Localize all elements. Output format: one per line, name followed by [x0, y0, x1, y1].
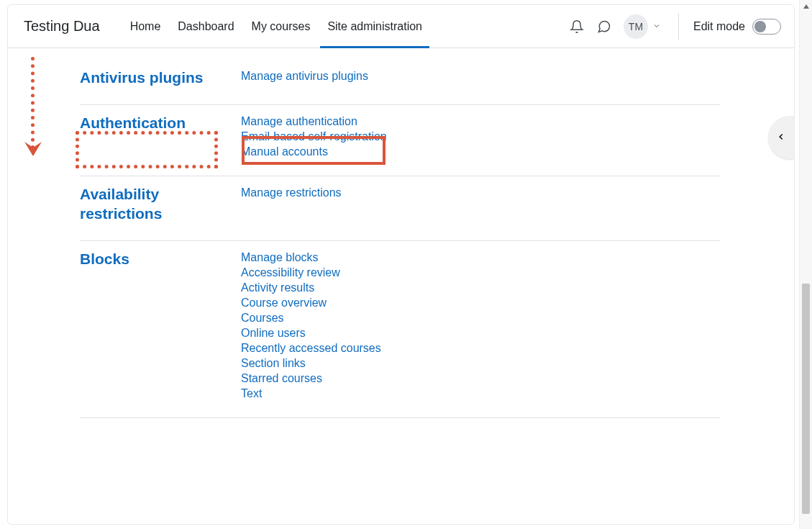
section-links-blocks: Manage blocks Accessibility review Activ…: [241, 250, 381, 400]
user-menu[interactable]: TM: [624, 14, 661, 39]
link-email-self-registration[interactable]: Email-based self-registration: [241, 130, 387, 143]
svg-marker-0: [803, 4, 809, 9]
link-accessibility-review[interactable]: Accessibility review: [241, 266, 340, 279]
section-authentication: Authentication Manage authentication Ema…: [80, 105, 720, 176]
drawer-toggle[interactable]: [768, 116, 794, 159]
link-courses[interactable]: Courses: [241, 312, 284, 325]
nav-home[interactable]: Home: [123, 5, 168, 48]
section-title-availability[interactable]: Availability restrictions: [80, 185, 241, 223]
link-online-users[interactable]: Online users: [241, 327, 306, 340]
link-recently-accessed-courses[interactable]: Recently accessed courses: [241, 342, 381, 355]
link-section-links[interactable]: Section links: [241, 357, 306, 370]
section-title-authentication[interactable]: Authentication: [80, 114, 241, 158]
site-brand[interactable]: Testing Dua: [24, 18, 100, 35]
nav-dashboard[interactable]: Dashboard: [170, 5, 241, 48]
section-antivirus: Antivirus plugins Manage antivirus plugi…: [80, 60, 720, 105]
scroll-thumb[interactable]: [802, 284, 810, 514]
edit-mode-control: Edit mode: [693, 19, 781, 35]
chevron-down-icon: [652, 20, 661, 32]
section-links-authentication: Manage authentication Email-based self-r…: [241, 114, 387, 158]
topbar: Testing Dua Home Dashboard My courses Si…: [8, 5, 794, 48]
avatar: TM: [624, 14, 648, 39]
admin-plugins-content: Antivirus plugins Manage antivirus plugi…: [8, 48, 794, 440]
scrollbar[interactable]: [799, 0, 812, 529]
link-course-overview[interactable]: Course overview: [241, 297, 327, 309]
section-links-availability: Manage restrictions: [241, 185, 342, 223]
section-availability: Availability restrictions Manage restric…: [80, 176, 720, 241]
nav-siteadmin[interactable]: Site administration: [320, 5, 429, 48]
link-manage-blocks[interactable]: Manage blocks: [241, 251, 319, 264]
chevron-left-icon: [776, 132, 786, 144]
section-links-antivirus: Manage antivirus plugins: [241, 68, 368, 87]
link-text[interactable]: Text: [241, 387, 262, 400]
topbar-divider: [678, 14, 679, 40]
nav-mycourses[interactable]: My courses: [245, 5, 318, 48]
link-starred-courses[interactable]: Starred courses: [241, 372, 322, 385]
link-manual-accounts[interactable]: Manual accounts: [241, 145, 328, 158]
edit-mode-toggle[interactable]: [752, 19, 781, 35]
primary-nav: Home Dashboard My courses Site administr…: [123, 5, 429, 48]
link-manage-antivirus-plugins[interactable]: Manage antivirus plugins: [241, 70, 368, 83]
section-title-blocks[interactable]: Blocks: [80, 250, 241, 400]
section-blocks: Blocks Manage blocks Accessibility revie…: [80, 241, 720, 418]
link-manage-restrictions[interactable]: Manage restrictions: [241, 186, 342, 199]
link-manage-authentication[interactable]: Manage authentication: [241, 115, 357, 128]
messages-icon[interactable]: [596, 19, 612, 35]
link-activity-results[interactable]: Activity results: [241, 281, 314, 294]
scroll-up-icon[interactable]: [800, 0, 812, 13]
bell-icon[interactable]: [569, 19, 585, 35]
edit-mode-label: Edit mode: [693, 20, 745, 33]
section-title-antivirus[interactable]: Antivirus plugins: [80, 68, 241, 87]
